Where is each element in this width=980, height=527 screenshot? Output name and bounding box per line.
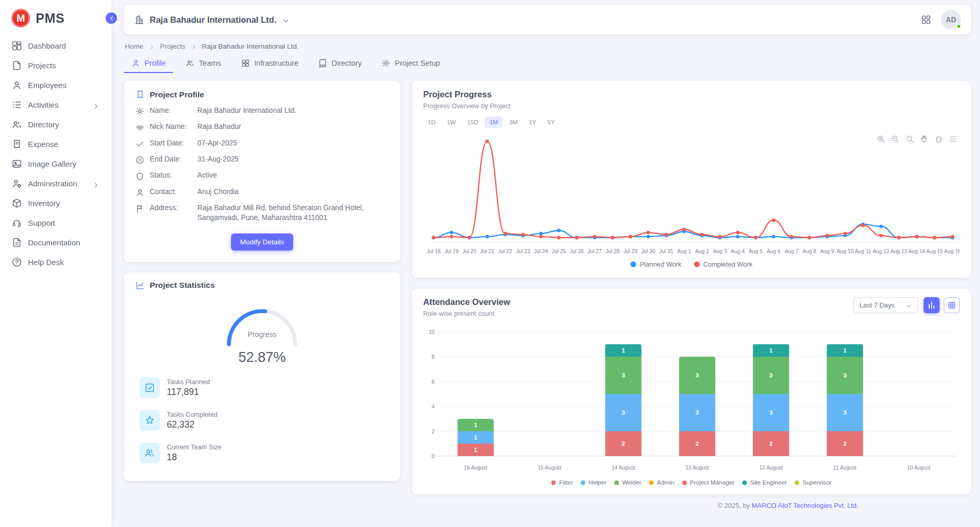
- sidebar-item-expense[interactable]: Expense: [5, 135, 106, 153]
- breadcrumb-item-home[interactable]: Home: [125, 42, 143, 50]
- range-1d-button[interactable]: 1D: [423, 116, 440, 128]
- svg-text:Jul 18: Jul 18: [426, 248, 441, 254]
- sidebar-item-employees[interactable]: Employees: [5, 76, 106, 94]
- project-progress-card: Project Progress Progress Overview by Pr…: [412, 81, 971, 277]
- progress-card-title: Project Progress: [423, 90, 492, 99]
- sidebar-item-administration[interactable]: Administration: [5, 174, 106, 193]
- range-5y-button[interactable]: 5Y: [543, 116, 559, 128]
- sidebar-item-label: Documentation: [28, 238, 80, 247]
- pan-button[interactable]: [920, 134, 929, 143]
- search-button[interactable]: [905, 134, 914, 143]
- zoom-in-button[interactable]: [876, 134, 885, 143]
- sidebar-item-support[interactable]: Support: [5, 214, 106, 232]
- svg-text:3: 3: [622, 372, 625, 378]
- range-1m-button[interactable]: 1M: [485, 116, 502, 128]
- chevron-right-icon: [92, 103, 100, 110]
- sidebar: M PMS Dashboard Projects Employees Activ…: [0, 0, 111, 527]
- svg-text:Aug 3: Aug 3: [713, 248, 727, 254]
- attendance-card-subtitle: Role-wise present count: [423, 310, 510, 317]
- tab-infrastructure[interactable]: Infrastructure: [234, 53, 306, 73]
- gallery-icon: [11, 158, 22, 169]
- svg-text:3: 3: [696, 409, 699, 416]
- online-status-dot: [956, 24, 961, 29]
- expense-icon: [11, 139, 22, 150]
- app-logo[interactable]: M PMS: [0, 0, 111, 35]
- svg-text:Aug 9: Aug 9: [820, 248, 834, 254]
- breadcrumb-item-raja-bahadur-international-ltd: Raja Bahadur International Ltd.: [202, 42, 299, 50]
- legend-completed-work[interactable]: Completed Work: [694, 260, 753, 268]
- tab-label: Profile: [145, 59, 166, 67]
- legend-supervisor[interactable]: Supervisor: [795, 479, 831, 486]
- progress-gauge: Progress 52.87%: [135, 298, 389, 365]
- svg-text:0: 0: [431, 453, 435, 459]
- field-label: Status:: [150, 170, 192, 180]
- svg-text:Jul 19: Jul 19: [444, 248, 459, 254]
- tab-teams[interactable]: Teams: [178, 53, 228, 73]
- docs-icon: [11, 237, 22, 248]
- menu-button[interactable]: [949, 134, 958, 143]
- date-range-select[interactable]: Last 7 Days: [853, 297, 918, 313]
- range-1y-button[interactable]: 1Y: [524, 116, 541, 128]
- progress-percentage: 52.87%: [238, 349, 286, 365]
- bar-view-button[interactable]: [924, 297, 940, 313]
- legend-fitter[interactable]: Fitter: [551, 479, 573, 486]
- range-1w-button[interactable]: 1W: [442, 116, 460, 128]
- zoom-out-button[interactable]: [891, 134, 900, 143]
- sidebar-item-label: Dashboard: [28, 41, 66, 50]
- footer-company-link[interactable]: MARCO AIoT Technologies Pvt. Ltd.: [752, 502, 858, 509]
- sidebar-item-documentation[interactable]: Documentation: [5, 233, 106, 252]
- field-value: Raja Bahadur: [197, 122, 389, 131]
- profile-field-end-date: End Date: 31-Aug-2025: [135, 154, 389, 164]
- progress-line-chart[interactable]: Jul 18Jul 19Jul 20Jul 21Jul 22Jul 23Jul …: [423, 130, 960, 260]
- legend-project-manager[interactable]: Project Manager: [682, 479, 735, 486]
- field-value: Anuj Chordia: [197, 187, 389, 197]
- stat-label: Tasks Completed: [167, 411, 218, 418]
- sidebar-item-dashboard[interactable]: Dashboard: [5, 37, 106, 55]
- sidebar-item-image-gallery[interactable]: Image Gallery: [5, 155, 106, 173]
- progress-gauge-arc: Progress: [218, 298, 307, 349]
- field-label: Contact:: [150, 187, 192, 197]
- apps-grid-button[interactable]: [920, 14, 932, 25]
- field-value: 07-Apr-2025: [197, 138, 389, 148]
- legend-admin[interactable]: Admin: [649, 479, 674, 486]
- tab-directory[interactable]: Directory: [311, 53, 369, 73]
- legend-welder[interactable]: Welder: [614, 479, 641, 486]
- attendance-bar-chart[interactable]: 024681011116 August15 August233114 Augus…: [423, 324, 960, 479]
- book-icon: [318, 58, 327, 68]
- company-selector[interactable]: Raja Bahadur International Ltd.: [134, 14, 290, 25]
- tab-profile[interactable]: Profile: [124, 53, 173, 73]
- svg-text:14 August: 14 August: [612, 465, 635, 471]
- stat-label: Current Team Size: [167, 443, 222, 451]
- range-15d-button[interactable]: 15D: [463, 116, 483, 128]
- stat-tasks-completed: Tasks Completed 62,332: [135, 410, 389, 431]
- modify-details-button[interactable]: Modify Details: [231, 233, 294, 251]
- legend-helper[interactable]: Helper: [581, 479, 607, 486]
- sidebar-item-projects[interactable]: Projects: [5, 56, 106, 75]
- home-button[interactable]: [934, 134, 943, 143]
- legend-site-engineer[interactable]: Site Engineer: [742, 479, 787, 486]
- sidebar-item-inventory[interactable]: Inventory: [5, 194, 106, 212]
- svg-text:Jul 20: Jul 20: [463, 248, 477, 254]
- tab-label: Project Setup: [395, 59, 440, 67]
- statistics-card-header: Project Statistics: [135, 281, 389, 290]
- svg-text:2: 2: [769, 441, 772, 447]
- field-label: Address:: [150, 203, 192, 213]
- legend-planned-work[interactable]: Planned Work: [630, 260, 681, 268]
- star-icon: [144, 415, 155, 426]
- svg-text:Aug 8: Aug 8: [802, 248, 816, 254]
- breadcrumb-item-projects[interactable]: Projects: [160, 42, 185, 50]
- user-avatar[interactable]: AD: [941, 10, 961, 30]
- chevron-right-icon: [190, 43, 197, 51]
- attendance-controls: Last 7 Days: [853, 297, 960, 313]
- sidebar-item-directory[interactable]: Directory: [5, 115, 106, 134]
- range-3m-button[interactable]: 3M: [505, 116, 522, 128]
- profile-field-contact: Contact: Anuj Chordia: [135, 187, 389, 197]
- table-view-button[interactable]: [944, 297, 960, 313]
- svg-text:3: 3: [843, 409, 846, 416]
- sidebar-item-help-desk[interactable]: Help Desk: [5, 253, 106, 271]
- directory-icon: [11, 119, 22, 130]
- main-area: Raja Bahadur International Ltd. AD HomeP…: [111, 0, 980, 515]
- tab-project-setup[interactable]: Project Setup: [374, 53, 447, 73]
- sidebar-item-activities[interactable]: Activities: [5, 96, 106, 114]
- sidebar-collapse-button[interactable]: [104, 11, 119, 25]
